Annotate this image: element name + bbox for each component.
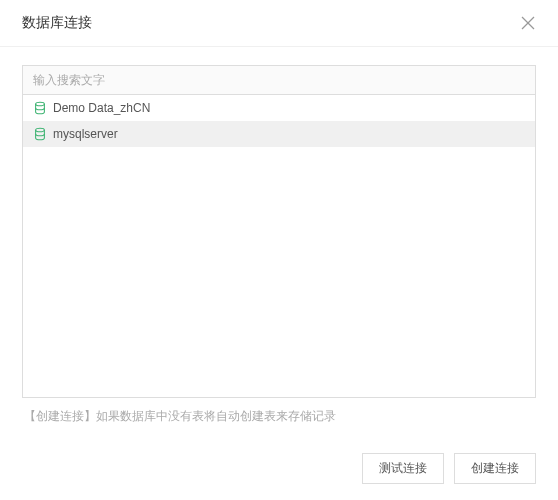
list-item[interactable]: mysqlserver: [23, 121, 535, 147]
close-button[interactable]: [520, 15, 536, 31]
database-icon: [33, 127, 47, 141]
svg-point-2: [36, 102, 45, 106]
list-item[interactable]: Demo Data_zhCN: [23, 95, 535, 121]
dialog-header: 数据库连接: [0, 0, 558, 47]
hint-text: 【创建连接】如果数据库中没有表将自动创建表来存储记录: [22, 398, 536, 431]
connection-list: Demo Data_zhCN mysqlserver: [22, 95, 536, 398]
search-input[interactable]: [22, 65, 536, 95]
list-item-label: mysqlserver: [53, 127, 118, 141]
dialog-title: 数据库连接: [22, 14, 92, 32]
database-icon: [33, 101, 47, 115]
database-connection-dialog: 数据库连接 Demo Data_zhCN: [0, 0, 558, 500]
svg-point-3: [36, 128, 45, 132]
create-connection-button[interactable]: 创建连接: [454, 453, 536, 484]
dialog-body: Demo Data_zhCN mysqlserver 【创建连接】如果数据库中没…: [0, 47, 558, 441]
dialog-footer: 测试连接 创建连接: [0, 441, 558, 500]
close-icon: [521, 16, 535, 30]
test-connection-button[interactable]: 测试连接: [362, 453, 444, 484]
list-item-label: Demo Data_zhCN: [53, 101, 150, 115]
